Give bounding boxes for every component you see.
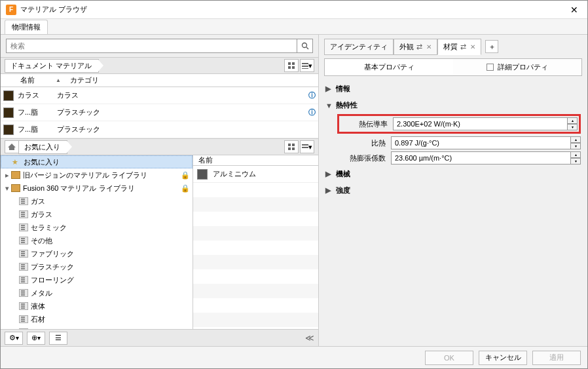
spinner-specific-heat[interactable]: ▴▾ (571, 136, 581, 149)
tab-appearance[interactable]: 外観⇄✕ (394, 39, 437, 55)
swap-icon: ⇄ (460, 43, 466, 51)
section-mechanical[interactable]: ▶機械 (325, 166, 581, 182)
material-item[interactable]: アルミニウム (193, 166, 318, 183)
spinner-expansion[interactable]: ▴▾ (571, 151, 581, 165)
svg-rect-10 (288, 144, 291, 146)
plus-icon: ⊕ (31, 334, 37, 342)
window-title: マテリアル ブラウザ (20, 5, 566, 14)
close-button[interactable]: ✕ (566, 5, 582, 15)
material-swatch (3, 90, 14, 101)
category-icon (19, 210, 28, 218)
breadcrumb-doc-materials[interactable]: ドキュメント マテリアル (5, 59, 99, 73)
label-conductivity: 熱伝導率 (340, 119, 393, 129)
tree-category[interactable]: ガラス (1, 208, 193, 221)
cancel-button[interactable]: キャンセル (479, 351, 527, 365)
doc-row[interactable]: カラスカラスⓘ (1, 87, 318, 104)
swap-icon: ⇄ (416, 43, 422, 51)
svg-point-0 (302, 43, 306, 48)
detail-properties-button[interactable]: 詳細プロパティ (453, 59, 581, 75)
search-button[interactable] (297, 39, 313, 53)
tree-category[interactable]: フローリング (1, 273, 193, 286)
tree-favorites[interactable]: ★お気に入り (1, 155, 193, 168)
section-thermal[interactable]: ▼熱特性 (325, 98, 581, 113)
folder-icon (11, 184, 20, 192)
doc-row[interactable]: フ...脂プラスチック (1, 121, 318, 138)
view-grid-button[interactable] (284, 140, 299, 153)
doc-col-name[interactable]: 名前 (16, 75, 56, 85)
grid-icon (288, 144, 295, 150)
svg-rect-15 (302, 147, 308, 148)
svg-rect-8 (302, 68, 308, 69)
info-icon[interactable]: ⓘ (305, 90, 318, 100)
svg-rect-14 (302, 144, 308, 146)
library-view-button[interactable]: ☰ (49, 332, 67, 345)
material-swatch (197, 169, 208, 180)
library-home-button[interactable] (5, 140, 19, 153)
apply-button[interactable]: 適用 (532, 351, 581, 365)
folder-icon (11, 171, 20, 179)
tree-category[interactable]: その他 (1, 234, 193, 247)
search-icon (301, 42, 309, 50)
tab-physical-info[interactable]: 物理情報 (5, 20, 48, 34)
search-input[interactable] (6, 39, 297, 53)
tab-identity[interactable]: アイデンティティ (324, 39, 394, 55)
library-tree[interactable]: ★お気に入り ▸旧バージョンのマテリアル ライブラリ🔒 ▾Fusion 360 … (1, 155, 193, 329)
category-icon (19, 223, 28, 231)
tree-old-library[interactable]: ▸旧バージョンのマテリアル ライブラリ🔒 (1, 168, 193, 182)
basic-properties-button[interactable]: 基本プロパティ (325, 59, 453, 75)
svg-rect-6 (302, 63, 308, 64)
tree-category[interactable]: プラスチック (1, 260, 193, 273)
svg-rect-11 (292, 144, 295, 146)
svg-marker-9 (8, 144, 16, 150)
category-icon (19, 302, 28, 310)
gear-icon: ⚙ (9, 334, 16, 342)
ok-button[interactable]: OK (425, 351, 473, 365)
tab-material[interactable]: 材質⇄✕ (437, 39, 481, 55)
view-grid-button[interactable] (284, 59, 299, 72)
content-col-name[interactable]: 名前 (193, 155, 318, 166)
tree-category[interactable]: ガス (1, 195, 193, 208)
spinner-conductivity[interactable]: ▴▾ (568, 117, 578, 130)
input-specific-heat[interactable]: 0.897 J/(g·°C) (391, 136, 571, 149)
checkbox-icon (487, 64, 494, 71)
close-tab-icon[interactable]: ✕ (426, 43, 432, 50)
svg-line-1 (306, 47, 308, 49)
view-list-button[interactable]: ▾ (300, 59, 314, 72)
add-tab-button[interactable]: ＋ (485, 40, 498, 53)
star-icon: ★ (12, 158, 21, 166)
category-icon (19, 237, 28, 244)
category-icon (19, 328, 28, 329)
category-icon (19, 197, 28, 205)
info-icon[interactable]: ⓘ (305, 107, 318, 117)
input-expansion[interactable]: 23.600 µm/(m·°C) (391, 151, 571, 165)
close-tab-icon[interactable]: ✕ (470, 43, 475, 50)
lock-icon: 🔒 (181, 171, 190, 180)
library-settings-button[interactable]: ⚙▾ (5, 332, 23, 345)
add-material-button[interactable]: ⊕▾ (27, 332, 45, 345)
tree-category[interactable]: メタル (1, 286, 193, 300)
title-bar: F マテリアル ブラウザ ✕ (1, 1, 587, 19)
breadcrumb-favorites[interactable]: お気に入り (18, 140, 67, 154)
collapse-panel-button[interactable]: ≪ (305, 333, 314, 343)
top-tab-row: 物理情報 (1, 19, 587, 35)
label-expansion: 熱膨張係数 (339, 153, 391, 163)
svg-rect-13 (292, 147, 295, 150)
section-strength[interactable]: ▶強度 (325, 183, 581, 198)
tree-fusion360-library[interactable]: ▾Fusion 360 マテリアル ライブラリ🔒 (1, 182, 193, 195)
chevron-down-icon: ▼ (325, 102, 332, 109)
tree-category[interactable]: ファブリック (1, 247, 193, 260)
chevron-right-icon: ▶ (325, 85, 332, 93)
label-specific-heat: 比熱 (339, 138, 391, 148)
doc-row[interactable]: フ...脂プラスチックⓘ (1, 104, 318, 121)
svg-rect-4 (288, 66, 291, 69)
category-icon (19, 263, 28, 271)
list-icon (302, 62, 308, 69)
list-icon: ☰ (55, 334, 62, 342)
view-list-button[interactable]: ▾ (300, 140, 314, 153)
tree-category[interactable]: 液体 (1, 300, 193, 313)
tree-category[interactable]: セラミック (1, 221, 193, 234)
tree-category[interactable]: 石材 (1, 313, 193, 326)
input-conductivity[interactable]: 2.300E+02 W/(m·K) (393, 117, 568, 130)
section-info[interactable]: ▶情報 (325, 81, 581, 96)
doc-col-category[interactable]: カテゴリ (66, 75, 103, 85)
